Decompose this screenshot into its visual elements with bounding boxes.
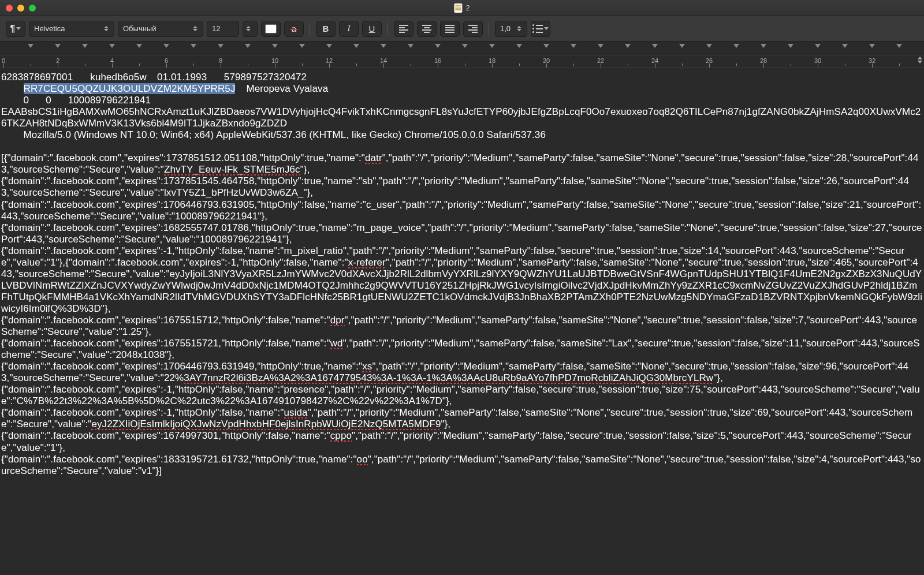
align-left-icon — [399, 25, 408, 33]
list-icon — [532, 24, 543, 33]
bold-icon: B — [323, 24, 329, 33]
align-right-icon — [468, 25, 478, 33]
chevron-down-icon — [544, 27, 549, 30]
bold-button[interactable]: B — [316, 21, 336, 37]
font-style-value: Обычный — [123, 24, 156, 33]
chevron-down-icon — [16, 27, 21, 30]
list-button[interactable] — [531, 21, 550, 37]
align-center-button[interactable] — [417, 21, 437, 37]
ruler-end-marker[interactable] — [916, 57, 924, 65]
align-justify-icon — [445, 25, 454, 33]
italic-icon: I — [348, 24, 351, 33]
line-spacing-value: 1,0 — [500, 24, 511, 33]
maximize-button[interactable] — [29, 5, 36, 12]
underline-button[interactable]: U — [362, 21, 382, 37]
underline-icon: U — [369, 24, 375, 33]
traffic-lights — [6, 5, 36, 12]
document-area[interactable]: 6283878697001 kuhedb6o5w 01.01.1993 5798… — [0, 68, 924, 480]
ruler[interactable]: 02468101214161820222426283032 — [0, 55, 924, 68]
font-size-input[interactable]: 12 — [207, 21, 239, 37]
paragraph-styles-button[interactable]: ¶ — [6, 21, 25, 37]
separator — [310, 23, 310, 35]
title-text: 2 — [465, 3, 470, 12]
line-spacing-select[interactable]: 1,0 — [495, 21, 527, 37]
align-right-button[interactable] — [463, 21, 483, 37]
clear-style-button[interactable]: a — [284, 21, 304, 37]
stepper-icon — [516, 26, 522, 31]
separator — [388, 23, 388, 35]
pilcrow-icon: ¶ — [10, 24, 16, 34]
separator — [489, 23, 489, 35]
clear-style-icon: a — [292, 24, 296, 33]
align-justify-button[interactable] — [440, 21, 460, 37]
stepper-icon — [192, 26, 198, 31]
minimize-button[interactable] — [17, 5, 24, 12]
align-center-icon — [422, 25, 431, 33]
text-color-button[interactable] — [261, 21, 281, 37]
color-swatch-icon — [265, 24, 277, 33]
font-style-select[interactable]: Обычный — [118, 21, 203, 37]
align-left-button[interactable] — [394, 21, 413, 37]
window-title: 2 — [454, 3, 470, 13]
document-icon — [454, 3, 462, 13]
stepper-icon — [245, 26, 251, 31]
font-family-select[interactable]: Helvetica — [29, 21, 114, 37]
stepper-icon — [103, 26, 109, 31]
close-button[interactable] — [6, 5, 13, 12]
titlebar: 2 — [0, 0, 924, 16]
font-family-value: Helvetica — [34, 24, 65, 33]
toolbar: ¶ Helvetica Обычный 12 a B I U 1,0 — [0, 16, 924, 42]
tab-stop-row[interactable] — [0, 42, 924, 55]
italic-button[interactable]: I — [339, 21, 359, 37]
font-size-stepper[interactable] — [243, 21, 258, 37]
font-size-value: 12 — [212, 24, 220, 33]
